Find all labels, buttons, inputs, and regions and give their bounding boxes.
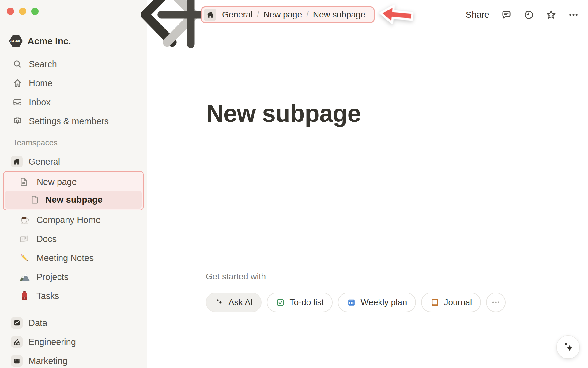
breadcrumb-separator: /	[256, 10, 260, 20]
sidebar-item-label: General	[28, 157, 60, 167]
breadcrumb-segment-general[interactable]: General	[220, 10, 255, 20]
inbox-icon	[12, 97, 23, 107]
sidebar-item-label: Company Home	[36, 215, 101, 225]
gear-icon	[12, 116, 23, 126]
sidebar-item-label: Search	[29, 59, 57, 69]
coffee-icon	[19, 214, 30, 225]
sidebar-item-label: New subpage	[45, 195, 103, 205]
clock-button[interactable]	[523, 10, 534, 20]
dots-icon	[491, 298, 500, 307]
home-badge	[11, 156, 23, 167]
starter-label: Ask AI	[228, 297, 253, 307]
annotation-arrow	[377, 2, 416, 27]
breadcrumb-home-badge	[204, 9, 216, 21]
sidebar-item-settings-members[interactable]: Settings & members	[0, 112, 147, 131]
topbar-actions: Share	[466, 10, 579, 20]
sidebar-item-label: Settings & members	[29, 116, 109, 126]
sidebar-item-label: Meeting Notes	[36, 253, 94, 263]
sidebar-item-new-subpage[interactable]: New subpage	[5, 191, 142, 209]
page-title[interactable]: New subpage	[206, 99, 361, 128]
dots-icon	[568, 10, 579, 20]
billboard-badge-icon	[13, 357, 21, 365]
sidebar-item-label: Docs	[36, 234, 57, 244]
data-badge-icon	[13, 319, 21, 327]
notion-ai-button[interactable]	[556, 335, 580, 359]
workspace-name: Acme Inc.	[28, 36, 71, 46]
dots-button[interactable]	[568, 10, 579, 20]
calendar-icon	[347, 298, 356, 307]
journal-icon	[430, 298, 439, 307]
breadcrumb-segment-new-page[interactable]: New page	[261, 10, 304, 20]
sidebar-item-company-home[interactable]: Company Home	[0, 210, 147, 229]
sidebar-item-docs[interactable]: Docs	[0, 229, 147, 248]
sidebar-item-general[interactable]: General	[0, 152, 147, 171]
share-button[interactable]: Share	[466, 10, 489, 20]
sidebar-item-label: Home	[29, 78, 52, 88]
sidebar-item-label: Inbox	[29, 97, 51, 107]
sidebar-item-label: New page	[37, 177, 77, 187]
notion-window: ACME Acme Inc. SearchHomeInboxSettings &…	[0, 0, 588, 368]
star-button[interactable]	[546, 10, 556, 20]
school-badge	[11, 336, 23, 348]
main-area: General/New page/New subpage Share New s…	[147, 0, 588, 368]
sidebar-item-marketing[interactable]: Marketing	[0, 351, 147, 368]
sidebar-item-home[interactable]: Home	[0, 74, 147, 93]
backpack-icon	[19, 290, 30, 301]
traffic-light-close[interactable]	[7, 8, 14, 15]
starter-label: Journal	[444, 297, 472, 307]
teamspaces-list: GeneralNew pageNew subpageCompany HomeDo…	[0, 152, 147, 305]
search-icon	[12, 59, 23, 69]
teamspaces-section-label: Teamspaces	[0, 137, 147, 148]
highlighted-pages-group: New pageNew subpage	[3, 171, 144, 210]
breadcrumb-segment-new-subpage[interactable]: New subpage	[311, 10, 368, 20]
chevron-down-icon	[77, 38, 85, 46]
breadcrumb[interactable]: General/New page/New subpage	[201, 6, 375, 23]
sidebar-item-data[interactable]: Data	[0, 313, 147, 332]
sparkles-icon	[561, 340, 575, 354]
starter-ask-ai-button[interactable]: Ask AI	[206, 293, 262, 312]
get-started-section: Get started with Ask AITo-do listWeekly …	[206, 272, 506, 312]
sidebar-nav: SearchHomeInboxSettings & members	[0, 55, 147, 131]
sidebar-item-meeting-notes[interactable]: Meeting Notes	[0, 248, 147, 267]
starter-label: Weekly plan	[360, 297, 407, 307]
starter-to-do-list-button[interactable]: To-do list	[267, 293, 333, 312]
sidebar-item-label: Data	[28, 318, 47, 328]
starter-more-button[interactable]	[486, 293, 506, 312]
starter-journal-button[interactable]: Journal	[421, 293, 481, 312]
star-icon	[546, 10, 556, 20]
data-badge	[11, 317, 23, 329]
clock-icon	[523, 10, 534, 20]
comment-button[interactable]	[501, 10, 512, 20]
topbar: General/New page/New subpage Share	[147, 0, 588, 29]
sparkle-ai-icon	[215, 298, 224, 307]
sidebar-item-label: Engineering	[28, 337, 76, 347]
home-badge-icon	[13, 158, 21, 166]
page-text-icon	[19, 177, 29, 187]
spaces-list: DataEngineeringMarketing	[0, 313, 147, 368]
house-icon	[206, 11, 214, 19]
todo-icon	[276, 298, 285, 307]
traffic-light-minimize[interactable]	[19, 8, 26, 15]
comment-icon	[501, 10, 512, 20]
traffic-light-zoom[interactable]	[31, 8, 39, 15]
sidebar-item-projects[interactable]: Projects	[0, 267, 147, 286]
newspaper-icon	[19, 233, 30, 244]
school-badge-icon	[13, 338, 21, 346]
breadcrumb-separator: /	[305, 10, 310, 20]
sidebar-item-label: Marketing	[28, 356, 67, 366]
sidebar-item-inbox[interactable]: Inbox	[0, 93, 147, 112]
sidebar-item-engineering[interactable]: Engineering	[0, 332, 147, 351]
starter-weekly-plan-button[interactable]: Weekly plan	[338, 293, 416, 312]
sidebar-item-new-page[interactable]: New page	[5, 173, 142, 191]
billboard-badge	[11, 355, 23, 367]
get-started-label: Get started with	[206, 272, 506, 282]
home-outline-icon	[12, 78, 23, 88]
sidebar-item-tasks[interactable]: Tasks	[0, 286, 147, 305]
pencil-icon	[19, 252, 30, 263]
starter-buttons: Ask AITo-do listWeekly planJournal	[206, 293, 506, 312]
sidebar-item-label: Projects	[36, 272, 69, 282]
new-page-button[interactable]	[185, 9, 196, 20]
mountain-icon	[19, 271, 30, 282]
sidebar-item-label: Tasks	[36, 291, 59, 301]
page-blank-icon	[30, 195, 40, 205]
